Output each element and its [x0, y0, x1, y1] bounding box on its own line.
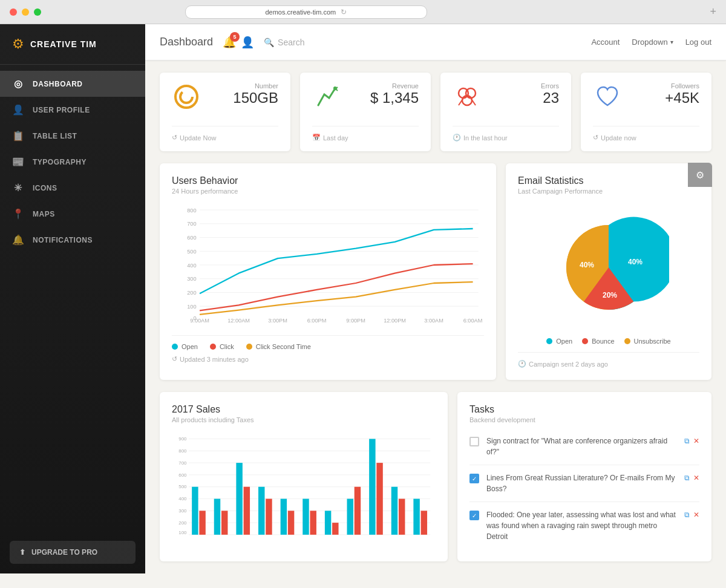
chart-updated: ↺ Updated 3 minutes ago: [172, 355, 484, 363]
task-checkbox-2[interactable]: ✓: [469, 474, 479, 483]
svg-text:200: 200: [178, 520, 187, 526]
sidebar-item-label: DASHBOARD: [33, 80, 83, 88]
svg-rect-71: [325, 511, 331, 535]
task-checkbox-3[interactable]: ✓: [469, 511, 479, 520]
task-delete-1[interactable]: ✕: [693, 437, 699, 445]
stat-card-errors: Errors 23 🕐 In the last hour: [440, 73, 571, 151]
sidebar-item-dashboard[interactable]: ◎DASHBOARD: [0, 71, 145, 97]
sidebar-item-maps[interactable]: 📍MAPS: [0, 201, 145, 227]
bar-chart-svg: 900 800 700 600 500 400 300 200 100: [172, 431, 436, 540]
stat-footer-number: ↺ Update Now: [172, 126, 278, 142]
stat-label-errors: Errors: [541, 82, 559, 90]
stat-card-revenue: Revenue $ 1,345 📅 Last day: [300, 73, 431, 151]
sidebar-item-icons[interactable]: ✳ICONS: [0, 175, 145, 201]
maximize-dot[interactable]: [34, 8, 41, 16]
task-edit-2[interactable]: ⧉: [684, 474, 690, 482]
table-list-icon: 📋: [12, 130, 24, 142]
svg-text:12:00AM: 12:00AM: [227, 318, 250, 324]
dashboard-icon: ◎: [12, 78, 24, 90]
pie-legend: Open Bounce Unsubscribe: [518, 338, 699, 345]
dropdown-button[interactable]: Dropdown ▾: [632, 38, 673, 47]
sales-card: 2017 Sales All products including Taxes …: [160, 392, 448, 561]
task-delete-3[interactable]: ✕: [693, 511, 699, 519]
header: Dashboard 🔔 5 👤 🔍 Search Account Dropdow…: [145, 24, 726, 60]
upgrade-icon: ⬆: [19, 548, 25, 557]
refresh-icon[interactable]: ↻: [341, 8, 347, 16]
minimize-dot[interactable]: [22, 8, 29, 16]
svg-text:500: 500: [187, 249, 196, 255]
sidebar-logo[interactable]: ⚙ CREATIVE TIM: [0, 24, 145, 65]
svg-rect-69: [302, 499, 309, 535]
stat-footer-revenue: 📅 Last day: [312, 126, 419, 142]
search-box[interactable]: 🔍 Search: [264, 38, 304, 47]
svg-rect-75: [369, 439, 375, 535]
task-edit-1[interactable]: ⧉: [684, 437, 690, 445]
sidebar-item-notifications[interactable]: 🔔NOTIFICATIONS: [0, 227, 145, 253]
svg-text:3:00AM: 3:00AM: [424, 318, 443, 324]
account-link[interactable]: Account: [591, 38, 620, 47]
email-stats-title: Email Statistics: [518, 175, 699, 186]
sidebar-item-user-profile[interactable]: 👤USER PROFILE: [0, 97, 145, 123]
svg-rect-70: [310, 511, 316, 535]
upgrade-label: UPGRADE TO PRO: [31, 548, 97, 557]
page-title: Dashboard: [160, 36, 213, 48]
chart-legend: Open Click Click Second Time: [172, 335, 484, 350]
svg-rect-64: [244, 487, 250, 535]
svg-text:300: 300: [178, 508, 187, 514]
stat-value-errors: 23: [541, 90, 559, 106]
logout-link[interactable]: Log out: [685, 38, 711, 47]
users-behavior-card: Users Behavior 24 Hours performance: [160, 163, 496, 380]
url-text: demos.creative-tim.com: [265, 8, 336, 16]
sidebar-item-label: NOTIFICATIONS: [33, 236, 93, 244]
svg-text:20%: 20%: [603, 291, 617, 299]
logo-text: CREATIVE TIM: [30, 39, 97, 49]
legend-click: Click: [210, 343, 234, 350]
sales-title: 2017 Sales: [172, 404, 436, 415]
sidebar-item-typography[interactable]: 📰TYPOGRAPHY: [0, 149, 145, 175]
task-item: ✓ Flooded: One year later, assessing wha…: [469, 502, 699, 549]
task-checkbox-1[interactable]: [469, 437, 479, 446]
task-text-2: Lines From Great Russian Literature? Or …: [486, 472, 677, 494]
svg-rect-62: [221, 511, 227, 535]
tasks-subtitle: Backend development: [469, 416, 699, 423]
sales-subtitle: All products including Taxes: [172, 416, 436, 423]
clock-icon: 🕐: [453, 134, 461, 142]
donut-icon: [172, 82, 201, 116]
calendar-icon: 📅: [312, 134, 321, 142]
svg-text:600: 600: [187, 235, 196, 241]
gear-button[interactable]: ⚙: [688, 163, 712, 187]
svg-rect-66: [266, 499, 272, 535]
svg-text:9:00PM: 9:00PM: [346, 318, 365, 324]
svg-text:6:00PM: 6:00PM: [307, 318, 327, 324]
new-tab-button[interactable]: +: [710, 5, 716, 18]
sidebar-item-table-list[interactable]: 📋TABLE LIST: [0, 123, 145, 149]
pie-chart-svg: 40% 20% 40%: [548, 207, 669, 328]
browser-chrome: demos.creative-tim.com ↻ +: [0, 0, 726, 24]
notification-badge: 5: [230, 32, 240, 42]
svg-rect-65: [258, 487, 264, 535]
task-edit-3[interactable]: ⧉: [684, 511, 690, 519]
users-behavior-title: Users Behavior: [172, 175, 484, 186]
user-icon[interactable]: 👤: [241, 36, 254, 49]
url-bar[interactable]: demos.creative-tim.com ↻: [185, 5, 427, 19]
svg-text:40%: 40%: [628, 258, 643, 266]
upgrade-button[interactable]: ⬆ UPGRADE TO PRO: [10, 541, 136, 564]
tasks-card: Tasks Backend development Sign contract …: [457, 392, 711, 561]
svg-text:3:00PM: 3:00PM: [268, 318, 287, 324]
refresh-icon2: ↺: [593, 134, 598, 142]
bell-icon[interactable]: 🔔 5: [223, 36, 236, 49]
svg-text:200: 200: [187, 290, 196, 296]
revenue-icon: [312, 82, 341, 116]
close-dot[interactable]: [10, 8, 17, 16]
sidebar-nav: ◎DASHBOARD👤USER PROFILE📋TABLE LIST📰TYPOG…: [0, 65, 145, 531]
typography-icon: 📰: [12, 156, 24, 168]
svg-rect-67: [281, 499, 287, 535]
svg-point-0: [175, 86, 197, 108]
task-delete-2[interactable]: ✕: [693, 474, 699, 482]
sidebar-item-label: TYPOGRAPHY: [33, 158, 87, 166]
stat-label-number: Number: [233, 82, 278, 90]
campaign-footer: 🕐 Campaign sent 2 days ago: [518, 352, 699, 368]
svg-text:100: 100: [187, 304, 196, 310]
svg-text:800: 800: [178, 448, 187, 454]
main-content: Dashboard 🔔 5 👤 🔍 Search Account Dropdow…: [145, 24, 726, 573]
